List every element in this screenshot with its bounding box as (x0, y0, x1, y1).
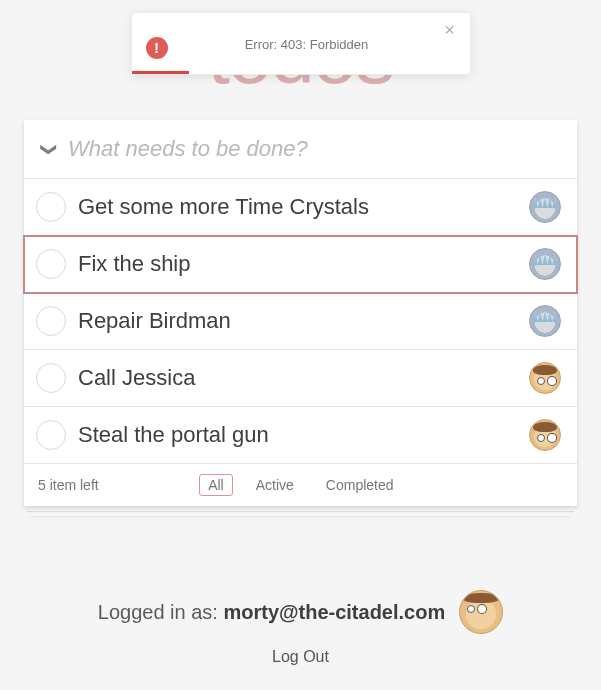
filter-completed[interactable]: Completed (317, 474, 403, 496)
todo-toggle[interactable] (36, 363, 66, 393)
todo-item[interactable]: Fix the ship (24, 236, 577, 293)
chevron-down-icon[interactable]: ❯ (39, 136, 59, 162)
owner-avatar (529, 248, 561, 280)
session-email: morty@the-citadel.com (223, 601, 445, 623)
new-todo-input[interactable] (62, 134, 561, 164)
owner-avatar (529, 191, 561, 223)
toast-progress-bar (132, 71, 189, 74)
todo-card: ❯ Get some more Time Crystals Fix the sh… (24, 120, 577, 506)
error-message: Error: 403: Forbidden (184, 27, 430, 52)
session-prefix: Logged in as: (98, 601, 224, 623)
items-left: 5 item left (38, 477, 99, 493)
filter-all[interactable]: All (199, 474, 233, 496)
todo-label[interactable]: Fix the ship (66, 249, 529, 279)
card-footer: 5 item left All Active Completed (24, 464, 577, 506)
todo-item[interactable]: Repair Birdman (24, 293, 577, 350)
todo-item[interactable]: Call Jessica (24, 350, 577, 407)
todo-toggle[interactable] (36, 420, 66, 450)
todo-item[interactable]: Steal the portal gun (24, 407, 577, 464)
todo-toggle[interactable] (36, 192, 66, 222)
logout-button[interactable]: Log Out (0, 648, 601, 666)
new-todo-row: ❯ (24, 120, 577, 179)
session-info: Logged in as: morty@the-citadel.com Log … (0, 590, 601, 666)
session-row: Logged in as: morty@the-citadel.com (0, 590, 601, 634)
todo-label[interactable]: Repair Birdman (66, 306, 529, 336)
error-toast: ! Error: 403: Forbidden × (131, 12, 471, 75)
todo-list: Get some more Time Crystals Fix the ship… (24, 179, 577, 464)
filter-group: All Active Completed (199, 474, 402, 496)
todo-label[interactable]: Steal the portal gun (66, 420, 529, 450)
todo-toggle[interactable] (36, 249, 66, 279)
filter-active[interactable]: Active (247, 474, 303, 496)
owner-avatar (529, 305, 561, 337)
todo-label[interactable]: Get some more Time Crystals (66, 192, 529, 222)
owner-avatar (529, 419, 561, 451)
session-avatar (459, 590, 503, 634)
todo-toggle[interactable] (36, 306, 66, 336)
owner-avatar (529, 362, 561, 394)
todo-item[interactable]: Get some more Time Crystals (24, 179, 577, 236)
error-icon: ! (146, 37, 168, 59)
todo-label[interactable]: Call Jessica (66, 363, 529, 393)
close-icon[interactable]: × (440, 21, 460, 41)
